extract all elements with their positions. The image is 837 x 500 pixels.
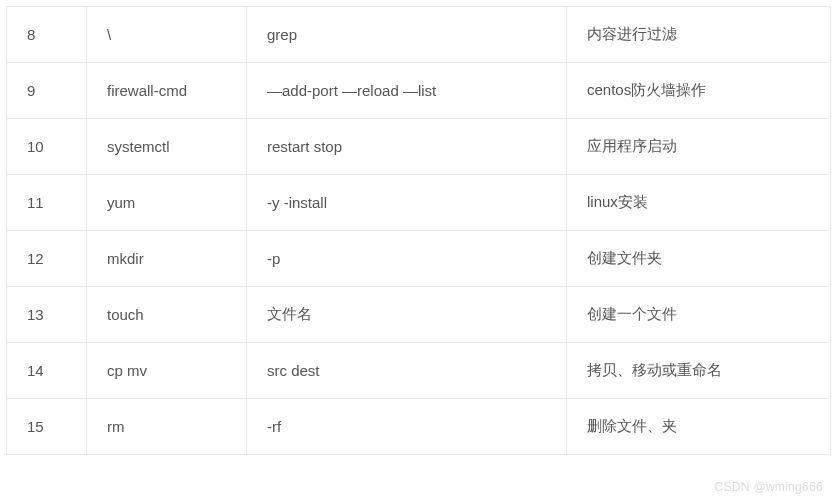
row-options: -y -install bbox=[247, 175, 567, 231]
row-command: firewall-cmd bbox=[87, 63, 247, 119]
row-description: 拷贝、移动或重命名 bbox=[567, 343, 831, 399]
row-options: restart stop bbox=[247, 119, 567, 175]
commands-table: 8 \ grep 内容进行过滤 9 firewall-cmd —add-port… bbox=[6, 6, 831, 455]
table-row: 9 firewall-cmd —add-port —reload —list c… bbox=[7, 63, 831, 119]
row-command: mkdir bbox=[87, 231, 247, 287]
row-description: 内容进行过滤 bbox=[567, 7, 831, 63]
row-options: -p bbox=[247, 231, 567, 287]
row-description: 应用程序启动 bbox=[567, 119, 831, 175]
row-number: 12 bbox=[7, 231, 87, 287]
row-number: 11 bbox=[7, 175, 87, 231]
table-row: 11 yum -y -install linux安装 bbox=[7, 175, 831, 231]
row-number: 15 bbox=[7, 399, 87, 455]
row-number: 10 bbox=[7, 119, 87, 175]
row-description: centos防火墙操作 bbox=[567, 63, 831, 119]
row-options: grep bbox=[247, 7, 567, 63]
row-command: touch bbox=[87, 287, 247, 343]
row-number: 9 bbox=[7, 63, 87, 119]
table-row: 12 mkdir -p 创建文件夹 bbox=[7, 231, 831, 287]
row-command: systemctl bbox=[87, 119, 247, 175]
table-row: 13 touch 文件名 创建一个文件 bbox=[7, 287, 831, 343]
table-row: 8 \ grep 内容进行过滤 bbox=[7, 7, 831, 63]
row-description: 创建一个文件 bbox=[567, 287, 831, 343]
row-command: \ bbox=[87, 7, 247, 63]
row-options: src dest bbox=[247, 343, 567, 399]
row-number: 13 bbox=[7, 287, 87, 343]
row-description: 删除文件、夹 bbox=[567, 399, 831, 455]
row-options: —add-port —reload —list bbox=[247, 63, 567, 119]
table-row: 10 systemctl restart stop 应用程序启动 bbox=[7, 119, 831, 175]
row-description: linux安装 bbox=[567, 175, 831, 231]
row-command: yum bbox=[87, 175, 247, 231]
row-command: rm bbox=[87, 399, 247, 455]
table-row: 14 cp mv src dest 拷贝、移动或重命名 bbox=[7, 343, 831, 399]
row-number: 8 bbox=[7, 7, 87, 63]
row-description: 创建文件夹 bbox=[567, 231, 831, 287]
row-number: 14 bbox=[7, 343, 87, 399]
table-row: 15 rm -rf 删除文件、夹 bbox=[7, 399, 831, 455]
row-options: 文件名 bbox=[247, 287, 567, 343]
row-command: cp mv bbox=[87, 343, 247, 399]
row-options: -rf bbox=[247, 399, 567, 455]
